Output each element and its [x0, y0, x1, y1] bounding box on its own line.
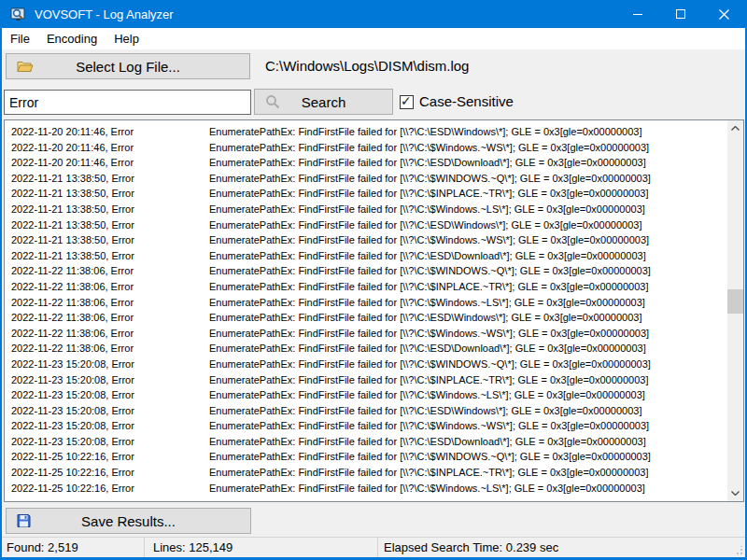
log-row-message: EnumeratePathEx: FindFirstFile failed fo… [209, 389, 645, 400]
log-row[interactable]: 2022-11-22 11:38:06, ErrorEnumeratePathE… [5, 279, 727, 295]
log-row-timestamp: 2022-11-21 13:38:50, Error [11, 171, 209, 187]
log-row-message: EnumeratePathEx: FindFirstFile failed fo… [209, 420, 649, 431]
log-row-message: EnumeratePathEx: FindFirstFile failed fo… [209, 188, 649, 199]
log-row-timestamp: 2022-11-20 20:11:46, Error [11, 140, 209, 156]
status-found: Found: 2,519 [2, 538, 145, 557]
log-row[interactable]: 2022-11-22 11:38:06, ErrorEnumeratePathE… [5, 341, 727, 357]
log-row-message: EnumeratePathEx: FindFirstFile failed fo… [209, 157, 646, 168]
log-row[interactable]: 2022-11-20 20:11:46, ErrorEnumeratePathE… [5, 155, 727, 171]
log-row-message: EnumeratePathEx: FindFirstFile failed fo… [209, 126, 641, 137]
log-row-message: EnumeratePathEx: FindFirstFile failed fo… [209, 483, 645, 494]
log-row-timestamp: 2022-11-23 15:20:08, Error [11, 387, 209, 403]
log-row-timestamp: 2022-11-25 10:22:16, Error [11, 449, 209, 465]
log-row[interactable]: 2022-11-20 20:11:46, ErrorEnumeratePathE… [5, 124, 727, 140]
menu-item-file[interactable]: File [2, 29, 38, 49]
magnifier-icon [265, 94, 280, 109]
chevron-up-icon [731, 126, 740, 131]
log-row[interactable]: 2022-11-23 15:20:08, ErrorEnumeratePathE… [5, 434, 727, 450]
log-row-timestamp: 2022-11-21 13:38:50, Error [11, 248, 209, 264]
log-row[interactable]: 2022-11-25 10:22:16, ErrorEnumeratePathE… [5, 465, 727, 481]
log-row[interactable]: 2022-11-25 10:22:16, ErrorEnumeratePathE… [5, 449, 727, 465]
title-bar[interactable]: VOVSOFT - Log Analyzer [2, 0, 745, 28]
log-row-timestamp: 2022-11-20 20:11:46, Error [11, 155, 209, 171]
log-row[interactable]: 2022-11-21 13:38:50, ErrorEnumeratePathE… [5, 171, 727, 187]
log-row-message: EnumeratePathEx: FindFirstFile failed fo… [209, 297, 645, 308]
log-results-list[interactable]: 2022-11-20 20:11:46, ErrorEnumeratePathE… [4, 119, 744, 502]
log-row[interactable]: 2022-11-20 20:11:46, ErrorEnumeratePathE… [5, 140, 727, 156]
log-row-timestamp: 2022-11-23 15:20:08, Error [11, 403, 209, 419]
close-button[interactable] [702, 0, 745, 28]
log-row[interactable]: 2022-11-21 13:38:50, ErrorEnumeratePathE… [5, 232, 727, 248]
log-row-message: EnumeratePathEx: FindFirstFile failed fo… [209, 451, 651, 462]
log-row-message: EnumeratePathEx: FindFirstFile failed fo… [209, 203, 645, 215]
log-row-timestamp: 2022-11-23 15:20:08, Error [11, 357, 209, 372]
floppy-disk-icon [17, 514, 31, 528]
case-sensitive-label: Case-Sensitive [419, 89, 514, 115]
log-row-message: EnumeratePathEx: FindFirstFile failed fo… [209, 250, 646, 261]
log-row[interactable]: 2022-11-22 11:38:06, ErrorEnumeratePathE… [5, 310, 727, 326]
log-row[interactable]: 2022-11-23 15:20:08, ErrorEnumeratePathE… [5, 387, 727, 403]
close-icon [719, 9, 729, 20]
app-window: VOVSOFT - Log Analyzer File Encoding Hel… [0, 0, 747, 560]
log-row-message: EnumeratePathEx: FindFirstFile failed fo… [209, 405, 641, 416]
log-row-message: EnumeratePathEx: FindFirstFile failed fo… [209, 265, 651, 276]
log-row[interactable]: 2022-11-22 11:38:06, ErrorEnumeratePathE… [5, 263, 727, 279]
log-row[interactable]: 2022-11-23 15:20:08, ErrorEnumeratePathE… [5, 403, 727, 419]
resize-grip-icon[interactable] [734, 546, 743, 555]
chevron-down-icon [731, 491, 740, 496]
vertical-scrollbar[interactable] [727, 120, 743, 501]
scrollbar-up-button[interactable] [727, 120, 743, 136]
minimize-button[interactable] [616, 0, 659, 28]
search-button[interactable]: Search [254, 89, 393, 115]
menu-item-help[interactable]: Help [106, 29, 148, 49]
log-row-timestamp: 2022-11-21 13:38:50, Error [11, 186, 209, 202]
log-rows-container: 2022-11-20 20:11:46, ErrorEnumeratePathE… [5, 124, 727, 501]
search-input[interactable] [4, 90, 251, 115]
log-row-timestamp: 2022-11-20 20:11:46, Error [11, 124, 209, 140]
status-elapsed-time: Elapsed Search Time: 0.239 sec [378, 538, 745, 557]
select-log-file-button[interactable]: Select Log File... [6, 53, 250, 79]
maximize-icon [676, 9, 686, 20]
log-file-path: C:\Windows\Logs\DISM\dism.log [265, 53, 469, 79]
log-row[interactable]: 2022-11-23 15:20:08, ErrorEnumeratePathE… [5, 357, 727, 372]
log-row-timestamp: 2022-11-22 11:38:06, Error [11, 341, 209, 357]
log-row-timestamp: 2022-11-23 15:20:08, Error [11, 372, 209, 388]
log-row-timestamp: 2022-11-23 15:20:08, Error [11, 418, 209, 434]
log-row-message: EnumeratePathEx: FindFirstFile failed fo… [209, 281, 649, 292]
log-row-timestamp: 2022-11-23 15:20:08, Error [11, 434, 209, 450]
log-row[interactable]: 2022-11-25 10:22:16, ErrorEnumeratePathE… [5, 481, 727, 497]
app-icon [10, 7, 26, 22]
log-row[interactable]: 2022-11-21 13:38:50, ErrorEnumeratePathE… [5, 217, 727, 233]
log-row-timestamp: 2022-11-21 13:38:50, Error [11, 217, 209, 233]
menu-item-encoding[interactable]: Encoding [38, 29, 106, 49]
log-row-timestamp: 2022-11-22 11:38:06, Error [11, 295, 209, 311]
log-row-timestamp: 2022-11-21 13:38:50, Error [11, 202, 209, 217]
log-row-timestamp: 2022-11-22 11:38:06, Error [11, 326, 209, 342]
search-button-label: Search [302, 94, 346, 110]
log-row[interactable]: 2022-11-23 15:20:08, ErrorEnumeratePathE… [5, 418, 727, 434]
log-row[interactable]: 2022-11-22 11:38:06, ErrorEnumeratePathE… [5, 326, 727, 342]
case-sensitive-checkbox[interactable]: ✓ [400, 95, 414, 109]
log-row-message: EnumeratePathEx: FindFirstFile failed fo… [209, 173, 651, 184]
open-folder-icon [17, 60, 34, 73]
scrollbar-thumb[interactable] [727, 289, 743, 314]
status-bar: Found: 2,519 Lines: 125,149 Elapsed Sear… [2, 537, 745, 557]
save-results-label: Save Results... [81, 513, 176, 529]
log-row-message: EnumeratePathEx: FindFirstFile failed fo… [209, 374, 649, 385]
checkmark-icon: ✓ [401, 93, 412, 108]
log-row[interactable]: 2022-11-21 13:38:50, ErrorEnumeratePathE… [5, 248, 727, 264]
status-lines: Lines: 125,149 [145, 538, 378, 557]
log-row[interactable]: 2022-11-21 13:38:50, ErrorEnumeratePathE… [5, 202, 727, 217]
log-row-message: EnumeratePathEx: FindFirstFile failed fo… [209, 312, 641, 323]
log-row[interactable]: 2022-11-23 15:20:08, ErrorEnumeratePathE… [5, 372, 727, 388]
select-log-file-label: Select Log File... [76, 59, 180, 75]
log-row-message: EnumeratePathEx: FindFirstFile failed fo… [209, 234, 649, 245]
log-row-message: EnumeratePathEx: FindFirstFile failed fo… [209, 343, 646, 354]
save-results-button[interactable]: Save Results... [6, 508, 251, 534]
log-row-message: EnumeratePathEx: FindFirstFile failed fo… [209, 219, 641, 231]
scrollbar-down-button[interactable] [727, 485, 743, 501]
log-row[interactable]: 2022-11-21 13:38:50, ErrorEnumeratePathE… [5, 186, 727, 202]
log-row-timestamp: 2022-11-21 13:38:50, Error [11, 232, 209, 248]
maximize-button[interactable] [659, 0, 702, 28]
log-row[interactable]: 2022-11-22 11:38:06, ErrorEnumeratePathE… [5, 295, 727, 311]
